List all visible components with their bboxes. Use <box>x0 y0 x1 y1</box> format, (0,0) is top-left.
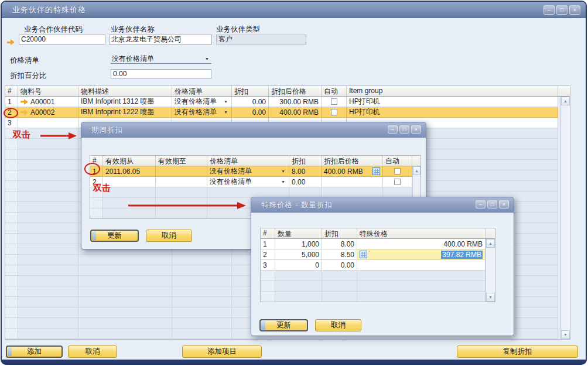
empty-cell <box>5 223 18 234</box>
add-button[interactable]: 添加 <box>6 346 63 358</box>
empty-cell <box>172 286 232 297</box>
chevron-down-icon[interactable]: ▼ <box>223 110 229 114</box>
auto-checkbox[interactable] <box>331 98 337 105</box>
bp-code-label: 业务合作伙伴代码 <box>24 25 83 35</box>
auto-checkbox[interactable] <box>394 168 401 175</box>
scroll-down-icon[interactable]: ▼ <box>486 293 495 302</box>
discount-pct-label: 折扣百分比 <box>10 71 47 81</box>
red-circle-period-row1-annotation <box>84 163 100 175</box>
double-click-annotation-2: 双击 <box>93 183 111 194</box>
cancel-button[interactable]: 取消 <box>68 346 117 358</box>
table-row-1[interactable]: 1 A00001 IBM Infoprint 1312 喷墨 没有价格清单▼ 0… <box>5 97 570 107</box>
link-arrow-icon[interactable] <box>20 99 28 105</box>
minimize-icon[interactable]: – <box>476 200 486 208</box>
dialog-titlebar: 期间折扣 – □ × <box>81 122 426 138</box>
empty-cell <box>18 191 78 202</box>
bp-code-field[interactable]: C20000 <box>19 35 105 45</box>
empty-cell <box>90 198 103 208</box>
update-button[interactable]: 更新 <box>259 319 308 331</box>
empty-cell <box>5 265 18 276</box>
qty-row-3[interactable]: 3 0 0.00 <box>261 260 495 271</box>
add-item-button[interactable]: 添加项目 <box>182 346 262 358</box>
table-row-2-selected[interactable]: 2 A00002 IBM Infoprint 1222 喷墨 没有价格清单▼ 0… <box>5 107 570 118</box>
empty-cell <box>90 208 103 219</box>
window-titlebar: 业务伙伴的特殊价格 – □ × <box>2 2 586 18</box>
maximize-icon[interactable]: □ <box>399 125 409 134</box>
empty-cell <box>5 255 18 265</box>
empty-row <box>261 292 495 302</box>
empty-cell <box>322 281 357 292</box>
cancel-button[interactable]: 取消 <box>315 319 361 331</box>
qty-row-1[interactable]: 1 1,000 8.00 400.00 RMB <box>261 239 495 249</box>
update-button[interactable]: 更新 <box>90 230 139 242</box>
items-table-header: # 物料号 物料描述 价格清单 折扣 折扣后价格 自动 Item group <box>5 86 570 97</box>
empty-cell <box>18 286 78 297</box>
price-list-select[interactable]: 没有价格清单 ▼ <box>111 54 211 64</box>
empty-cell <box>5 329 18 339</box>
scroll-down-icon[interactable]: ▼ <box>561 330 570 339</box>
close-icon[interactable]: × <box>569 5 580 15</box>
maximize-icon[interactable]: □ <box>556 5 568 15</box>
empty-cell <box>172 276 232 286</box>
double-click-annotation-1: 双击 <box>13 129 30 141</box>
empty-cell <box>156 187 207 198</box>
empty-cell <box>5 297 18 307</box>
scroll-up-icon[interactable]: ▲ <box>413 166 421 175</box>
empty-cell <box>78 307 172 318</box>
chevron-down-icon[interactable]: ▼ <box>280 169 286 173</box>
empty-cell <box>357 292 486 302</box>
empty-cell <box>172 318 232 329</box>
copy-discount-button[interactable]: 复制折扣 <box>457 346 578 358</box>
empty-cell <box>322 271 357 281</box>
col-header-num: # <box>5 86 18 96</box>
calculator-icon[interactable] <box>360 251 367 258</box>
window-title: 业务伙伴的特殊价格 <box>12 2 86 18</box>
empty-cell <box>172 255 232 265</box>
vertical-scrollbar[interactable]: ▲ ▼ <box>560 97 570 339</box>
col-header-pricelist: 价格清单 <box>172 86 232 96</box>
discount-pct-field[interactable]: 0.00 <box>111 69 211 79</box>
empty-cell <box>18 223 78 234</box>
close-icon[interactable]: × <box>499 200 509 208</box>
empty-cell <box>78 265 172 276</box>
red-arrow-icon <box>39 131 79 141</box>
dialog-title: 特殊价格 - 数量折扣 <box>261 197 333 213</box>
calculator-icon[interactable] <box>372 167 380 175</box>
close-icon[interactable]: × <box>411 125 421 134</box>
col-header-discount: 折扣 <box>232 86 269 96</box>
empty-cell <box>322 292 357 302</box>
dialog-title: 期间折扣 <box>91 122 123 138</box>
bp-name-field[interactable]: 北京龙发电子贸易公司 <box>109 35 212 45</box>
minimize-icon[interactable]: – <box>543 5 555 15</box>
chevron-down-icon[interactable]: ▼ <box>204 57 210 61</box>
empty-cell <box>275 292 322 302</box>
cancel-button[interactable]: 取消 <box>146 230 192 242</box>
period-row-1-selected[interactable]: 1 2011.06.05 没有价格清单▼ 8.00 400.00 RMB <box>90 166 421 177</box>
empty-cell <box>5 149 18 160</box>
qty-row-2-selected[interactable]: 2 5,000 8.50 397.82 RMB <box>261 249 495 260</box>
vertical-scrollbar[interactable]: ▲ ▼ <box>486 239 495 302</box>
empty-row <box>261 271 495 281</box>
empty-cell <box>172 329 232 339</box>
minimize-icon[interactable]: – <box>388 125 398 134</box>
empty-cell <box>18 307 78 318</box>
chevron-down-icon[interactable]: ▼ <box>223 100 229 104</box>
scroll-up-icon[interactable]: ▲ <box>486 239 495 248</box>
chevron-down-icon[interactable]: ▼ <box>280 180 286 184</box>
bp-type-label: 业务伙伴类型 <box>216 25 260 35</box>
empty-cell <box>275 271 322 281</box>
empty-cell <box>5 276 18 286</box>
maximize-icon[interactable]: □ <box>487 200 497 208</box>
period-row-2[interactable]: 2 没有价格清单▼ 0.00 <box>90 177 421 187</box>
scroll-up-icon[interactable]: ▲ <box>561 97 570 105</box>
link-arrow-icon[interactable] <box>7 39 15 45</box>
price-list-label: 价格清单 <box>10 56 39 66</box>
empty-cell <box>5 307 18 318</box>
empty-cell <box>18 329 78 339</box>
empty-cell <box>18 276 78 286</box>
auto-checkbox[interactable] <box>394 179 401 185</box>
link-arrow-icon[interactable] <box>20 110 28 115</box>
empty-cell <box>5 170 18 181</box>
auto-checkbox[interactable] <box>331 109 337 115</box>
empty-cell <box>5 191 18 202</box>
